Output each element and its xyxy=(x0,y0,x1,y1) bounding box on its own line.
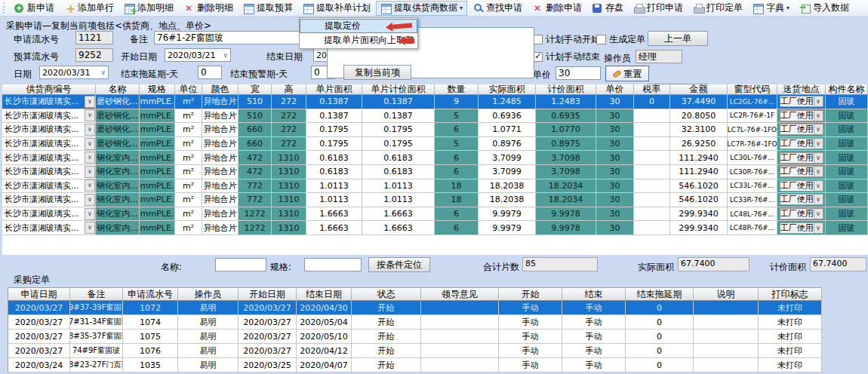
end-delay-field[interactable] xyxy=(198,66,222,79)
chevron-down-icon[interactable]: ∨ xyxy=(85,179,95,192)
chevron-down-icon[interactable]: ∨ xyxy=(85,152,95,164)
chevron-down-icon[interactable]: ∨ xyxy=(814,195,823,204)
cell-4: 异地合片 xyxy=(202,179,239,194)
table-row[interactable]: 长沙市潇湘玻璃实...∨磨砂钢化...6mmPLE...m²异地合片660272… xyxy=(2,123,868,137)
table-row[interactable]: 长沙市潇湘玻璃实...∨钢化室内...6mmPLE...m²异地合片472131… xyxy=(2,151,868,165)
toolbar-grip-handle[interactable] xyxy=(3,2,6,14)
chevron-down-icon[interactable]: ∨ xyxy=(85,109,95,121)
checkbox-box-icon[interactable] xyxy=(596,35,606,44)
start-date-value: 2020/03/21 xyxy=(168,51,215,60)
cell-6: 开始 xyxy=(352,358,421,372)
chevron-down-icon[interactable]: ∨ xyxy=(85,208,95,220)
table-row[interactable]: 长沙市潇湘玻璃实...∨钢化室内...6mmPLE...m²异地合片772131… xyxy=(2,193,868,207)
toolbar-button-import-data[interactable]: 导入数据 xyxy=(795,1,854,16)
toolbar-button-print-order[interactable]: 打印定单 xyxy=(688,1,747,16)
table-row[interactable]: 长沙市潇湘玻璃实...∨磨砂钢化...6mmPLE...m²异地合片510272… xyxy=(2,109,868,124)
chevron-down-icon[interactable]: ∨ xyxy=(814,223,823,233)
dropdown-caret-icon: ▾ xyxy=(786,5,790,11)
date-value: 2020/03/31 xyxy=(42,68,90,78)
table-row[interactable]: 2020/03/2488#23-27F门页玻1035易明2020/03/2520… xyxy=(8,358,822,372)
chevron-down-icon[interactable]: ∨ xyxy=(85,194,95,206)
toolbar-button-find-request[interactable]: 查找申请 xyxy=(468,1,527,16)
locate-by-condition-button[interactable]: 按条件定位 xyxy=(368,257,430,272)
chevron-down-icon[interactable]: ∨ xyxy=(814,181,823,191)
budget-no-field[interactable] xyxy=(75,48,113,62)
delivery-location-combo[interactable]: 工厂使用∨ xyxy=(780,208,823,219)
operator-field[interactable] xyxy=(636,50,682,63)
filter-spec-input[interactable] xyxy=(304,258,362,271)
menu-item-extract-pricing[interactable]: 提取定价 xyxy=(300,19,417,33)
chevron-down-icon[interactable]: ∨ xyxy=(814,209,823,219)
column-header: 状态 xyxy=(352,288,421,301)
generate-order-checkbox[interactable]: 生成定单 xyxy=(596,33,645,46)
cell-1: 89#37-39F窗固玻 xyxy=(70,301,123,315)
cell-12: 30 xyxy=(596,193,634,207)
chevron-down-icon[interactable]: ∨ xyxy=(814,124,823,134)
dropdown-caret-icon: ▾ xyxy=(460,5,463,11)
toolbar-button-label: 查找申请 xyxy=(486,2,522,14)
table-row[interactable]: 长沙市潇湘玻璃实...∨钢化室内...6mmPLE...m²异地合片472131… xyxy=(2,165,868,179)
unit-price-field[interactable] xyxy=(556,66,601,80)
chevron-down-icon[interactable]: ∨ xyxy=(814,97,823,106)
toolbar-button-delete-detail[interactable]: 删除明细 xyxy=(179,1,238,16)
chevron-down-icon[interactable]: ∨ xyxy=(85,222,95,234)
delivery-location-combo[interactable]: 工厂使用∨ xyxy=(780,194,823,205)
delivery-location-combo[interactable]: 工厂使用∨ xyxy=(780,124,823,135)
plan-manual-start-checkbox[interactable]: 计划手动开始 xyxy=(533,33,600,46)
date-picker[interactable]: 2020/03/31 ∨ xyxy=(39,66,109,79)
chevron-down-icon[interactable]: ∨ xyxy=(98,69,108,76)
table-row[interactable]: 长沙市潇湘玻璃实...∨钢化室内...6mmPLE...m²异地合片127213… xyxy=(2,221,868,235)
menu-item-extract-area-roundup[interactable]: 提取单片面积向上取整 xyxy=(300,33,417,48)
toolbar-button-save[interactable]: 存盘 xyxy=(587,1,628,16)
toolbar-button-extract-supplier-data[interactable]: 提取供货商数据▾ xyxy=(376,1,467,16)
toolbar-button-print-request[interactable]: 打印申请 xyxy=(629,1,688,16)
chevron-down-icon[interactable]: ∨ xyxy=(220,51,230,59)
toolbar-button-add-single-row[interactable]: 添加单行 xyxy=(60,1,119,16)
table-row[interactable]: 长沙市潇湘玻璃实...∨钢化室内...6mmPLE...m²异地合片772131… xyxy=(2,179,868,194)
filter-name-input[interactable] xyxy=(215,258,266,271)
table-row[interactable]: 2020/03/2787#31-34F窗固玻1074易明2020/03/2720… xyxy=(8,315,822,330)
chevron-down-icon[interactable]: ∨ xyxy=(814,153,823,163)
delivery-location-combo[interactable]: 工厂使用∨ xyxy=(780,152,823,164)
start-date-picker[interactable]: 2020/03/21 ∨ xyxy=(165,48,231,62)
chevron-down-icon[interactable]: ∨ xyxy=(814,167,823,176)
cell-7: 1.0113 xyxy=(306,193,362,207)
toolbar-button-dictionary[interactable]: 字典▾ xyxy=(748,1,794,16)
table-row[interactable]: 2020/03/2788#35-37F窗固玻1075易明2020/03/2720… xyxy=(8,330,822,344)
chevron-down-icon[interactable]: ∨ xyxy=(814,139,823,149)
delivery-location-combo[interactable]: 工厂使用∨ xyxy=(780,222,823,234)
cell-8: 1.0113 xyxy=(362,179,435,194)
cell-10: 0 xyxy=(626,315,694,330)
previous-order-button[interactable]: 上一单 xyxy=(648,31,708,46)
chevron-down-icon[interactable]: ∨ xyxy=(85,138,95,150)
chevron-down-icon[interactable]: ∨ xyxy=(814,111,823,121)
chevron-down-icon[interactable]: ∨ xyxy=(85,166,95,178)
toolbar-button-delete-request[interactable]: 删除申请 xyxy=(528,1,586,16)
toolbar-button-extract-supplement-plan[interactable]: 提取补单计划 xyxy=(298,1,375,16)
delivery-location-combo[interactable]: 工厂使用∨ xyxy=(780,96,823,107)
request-no-field[interactable] xyxy=(75,31,113,44)
delivery-location-combo[interactable]: 工厂使用∨ xyxy=(780,180,823,192)
cell-9: 手动 xyxy=(562,358,626,372)
chevron-down-icon[interactable]: ∨ xyxy=(85,96,95,108)
table-row[interactable]: 长沙市潇湘玻璃实...∨磨砂钢化...6mmPLE...m²异地合片660272… xyxy=(2,137,868,152)
cell-9: 5 xyxy=(435,109,479,124)
cell-14: 37.4490 xyxy=(670,95,728,109)
table-row[interactable]: 长沙市潇湘玻璃实...∨磨砂钢化...6mmPLE...m²异地合片510272… xyxy=(2,95,868,109)
delivery-location-combo[interactable]: 工厂使用∨ xyxy=(780,110,823,121)
cell-14: 26.9250 xyxy=(670,137,728,152)
chevron-down-icon[interactable]: ∨ xyxy=(85,124,95,136)
copy-current-item-button[interactable]: 复制当前项 xyxy=(343,65,411,80)
reset-button[interactable]: 重置 xyxy=(605,66,649,81)
cell-16: 工厂使用∨ xyxy=(777,123,826,137)
delivery-location-combo[interactable]: 工厂使用∨ xyxy=(780,138,823,149)
toolbar-button-new-request[interactable]: 新申请 xyxy=(9,1,59,16)
toolbar-button-extract-budget[interactable]: 提取预算 xyxy=(239,1,297,16)
plan-manual-end-checkbox[interactable]: 计划手动结束 xyxy=(533,51,600,63)
table-row[interactable]: 2020/03/2789#37-39F窗固玻1072易明2020/03/2720… xyxy=(8,301,822,315)
cell-7: 0.1387 xyxy=(306,109,362,124)
table-row[interactable]: 长沙市潇湘玻璃实...∨钢化室内...6mmPLE...m²异地合片127213… xyxy=(2,207,868,222)
toolbar-button-add-detail[interactable]: 添加明细 xyxy=(119,1,178,16)
delivery-location-combo[interactable]: 工厂使用∨ xyxy=(780,166,823,177)
table-row[interactable]: 2020/03/2774#9F窗固玻1076易明2020/03/272020/0… xyxy=(8,344,822,358)
